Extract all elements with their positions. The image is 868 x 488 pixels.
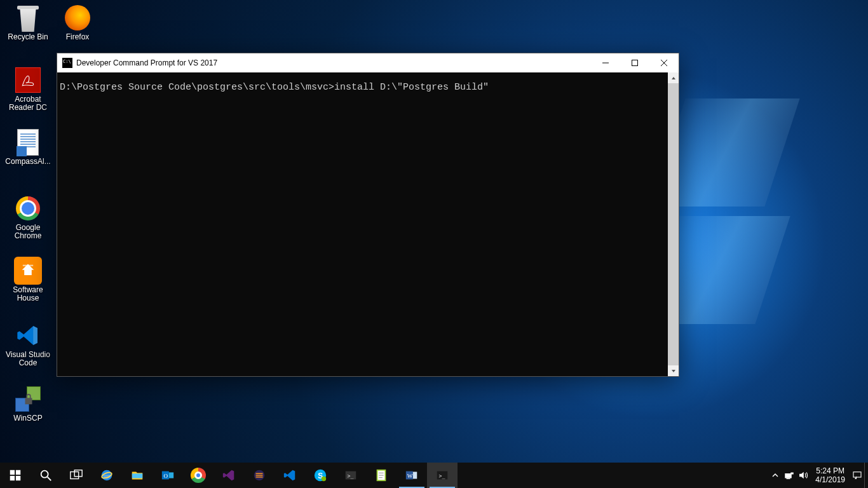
svg-rect-30 xyxy=(785,473,792,478)
taskbar-app-notepadpp[interactable] xyxy=(366,463,397,488)
svg-rect-27 xyxy=(413,472,417,479)
command-prompt-window[interactable]: Developer Command Prompt for VS 2017 D:\… xyxy=(57,53,679,376)
scrollbar[interactable] xyxy=(668,72,679,376)
software-house-icon xyxy=(14,257,42,285)
search-button[interactable] xyxy=(31,463,61,488)
scroll-up-button[interactable] xyxy=(668,72,679,83)
taskbar-app-ie[interactable] xyxy=(92,463,122,488)
show-desktop-button[interactable] xyxy=(864,463,868,488)
taskbar-app-explorer[interactable] xyxy=(122,463,153,488)
svg-text:W: W xyxy=(407,473,413,479)
desktop-icon-label: Google Chrome xyxy=(4,224,51,240)
desktop-icon-acrobat[interactable]: Acrobat Reader DC xyxy=(4,65,52,122)
taskbar-app-word[interactable]: W xyxy=(397,463,427,488)
desktop-icon-firefox[interactable]: Firefox xyxy=(53,3,102,60)
terminal-output[interactable]: D:\Postgres Source Code\postgres\src\too… xyxy=(57,72,668,376)
taskbar-app-eclipse[interactable] xyxy=(244,463,275,488)
tray-overflow-button[interactable] xyxy=(768,463,782,488)
svg-rect-33 xyxy=(853,472,861,477)
clock-time: 5:24 PM xyxy=(815,466,845,475)
desktop-icon-label: Acrobat Reader DC xyxy=(4,95,51,112)
clock-date: 4/1/2019 xyxy=(815,475,845,484)
desktop-icon-recycle-bin[interactable]: Recycle Bin xyxy=(4,3,52,60)
taskbar-app-outlook[interactable]: O xyxy=(153,463,183,488)
firefox-icon xyxy=(64,4,92,32)
document-icon xyxy=(14,128,42,156)
acrobat-icon xyxy=(14,66,42,94)
recycle-bin-icon xyxy=(14,4,42,32)
tray-network-icon[interactable] xyxy=(782,463,796,488)
svg-point-9 xyxy=(41,471,48,478)
desktop-icon-label: CompassAl... xyxy=(5,158,50,166)
close-button[interactable] xyxy=(649,53,679,72)
desktop-icon-label: Firefox xyxy=(66,33,90,41)
svg-rect-0 xyxy=(23,265,33,266)
desktop-icon-vscode[interactable]: Visual Studio Code xyxy=(4,320,52,377)
task-view-button[interactable] xyxy=(61,463,92,488)
svg-point-21 xyxy=(322,477,326,481)
svg-rect-6 xyxy=(16,470,20,475)
desktop[interactable]: Recycle Bin Firefox Acrobat Reader DC Co… xyxy=(0,0,868,463)
taskbar-app-chrome[interactable] xyxy=(183,463,214,488)
winscp-icon xyxy=(14,385,42,413)
tray-volume-icon[interactable] xyxy=(796,463,810,488)
svg-rect-8 xyxy=(16,476,20,480)
taskbar-app-cmd-active[interactable]: >_ xyxy=(427,463,458,488)
svg-line-10 xyxy=(48,477,51,481)
svg-text:>_: >_ xyxy=(348,473,354,479)
scroll-down-button[interactable] xyxy=(668,365,679,376)
taskbar-app-vscode[interactable] xyxy=(275,463,305,488)
taskbar-app-visualstudio[interactable] xyxy=(214,463,244,488)
svg-rect-32 xyxy=(787,478,790,480)
desktop-icon-label: Software House xyxy=(4,286,51,302)
svg-rect-7 xyxy=(10,476,15,480)
desktop-icon-label: Recycle Bin xyxy=(8,33,48,41)
desktop-icon-label: WinSCP xyxy=(13,414,42,423)
maximize-button[interactable] xyxy=(620,53,649,72)
taskbar: O S >_ W >_ xyxy=(0,463,868,488)
svg-rect-31 xyxy=(791,473,794,475)
start-button[interactable] xyxy=(0,463,31,488)
svg-rect-2 xyxy=(632,60,638,66)
desktop-icon-winscp[interactable]: WinSCP xyxy=(4,384,52,441)
minimize-button[interactable] xyxy=(591,53,620,72)
desktop-icon-compass[interactable]: CompassAl... xyxy=(4,127,52,184)
titlebar[interactable]: Developer Command Prompt for VS 2017 xyxy=(57,53,679,72)
action-center-button[interactable] xyxy=(850,463,864,488)
taskbar-app-skype[interactable]: S xyxy=(305,463,336,488)
scroll-thumb[interactable] xyxy=(668,83,679,365)
taskbar-clock[interactable]: 5:24 PM 4/1/2019 xyxy=(810,466,850,484)
vscode-icon xyxy=(14,322,42,349)
svg-rect-5 xyxy=(10,470,15,475)
svg-rect-17 xyxy=(169,472,173,478)
taskbar-app-terminal[interactable]: >_ xyxy=(336,463,366,488)
svg-text:O: O xyxy=(164,473,168,479)
chrome-icon xyxy=(14,194,42,222)
desktop-icon-chrome[interactable]: Google Chrome xyxy=(4,193,52,250)
desktop-icon-label: Visual Studio Code xyxy=(4,351,51,367)
desktop-icon-software-house[interactable]: Software House xyxy=(4,255,52,313)
window-title: Developer Command Prompt for VS 2017 xyxy=(76,58,217,67)
cmd-icon xyxy=(62,58,72,68)
terminal-line: D:\Postgres Source Code\postgres\src\too… xyxy=(60,82,489,93)
svg-text:>_: >_ xyxy=(439,473,445,479)
